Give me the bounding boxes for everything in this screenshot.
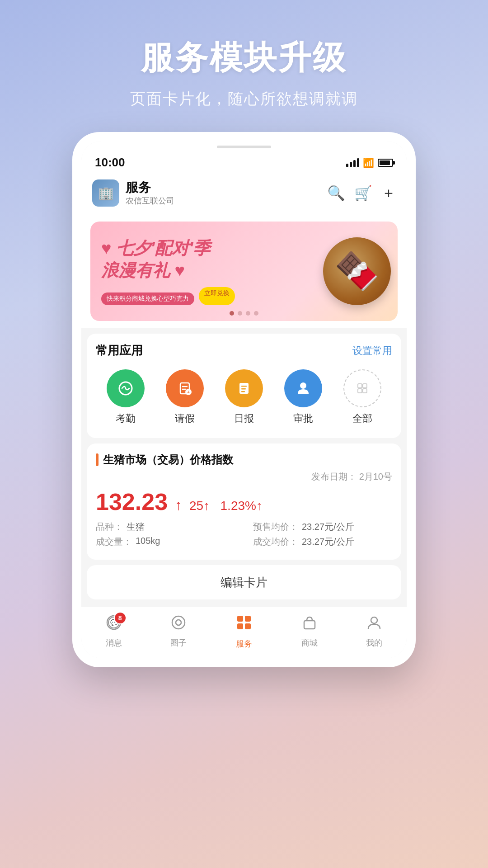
app-item-qingjia[interactable]: + 请假 <box>162 369 207 425</box>
shenpi-label: 审批 <box>293 412 313 425</box>
svg-rect-14 <box>363 389 367 393</box>
market-header: 生猪市场（交易）价格指数 <box>96 453 392 467</box>
shenpi-icon <box>284 369 322 407</box>
banner-text: ♥ 七夕'配对'季 浪漫有礼 ♥ 快来积分商城兑换心型巧克力 立即兑换 <box>90 228 316 315</box>
market-detail-left: 品种： 生猪 成交量： 105kg <box>96 521 235 551</box>
messages-label: 消息 <box>106 637 122 648</box>
shop-icon <box>301 614 318 635</box>
messages-badge: 8 <box>114 612 127 624</box>
banner-section: ♥ 七夕'配对'季 浪漫有礼 ♥ 快来积分商城兑换心型巧克力 立即兑换 🍫 <box>81 214 407 328</box>
svg-rect-9 <box>241 391 245 392</box>
svg-rect-7 <box>241 386 247 387</box>
service-icon <box>235 613 253 636</box>
wifi-icon: 📶 <box>363 157 374 168</box>
price-main: 132.23 <box>96 490 168 514</box>
svg-rect-11 <box>358 384 362 388</box>
market-date: 发布日期： 2月10号 <box>96 471 392 483</box>
market-indicator <box>96 453 99 466</box>
nav-item-service[interactable]: 服务 <box>235 613 253 649</box>
phone-mockup: 10:00 📶 🏢 服务 农信互联公司 🔍 🛒 ＋ <box>72 132 416 667</box>
svg-rect-22 <box>237 623 243 629</box>
banner-image: 🍫 <box>316 222 398 321</box>
circle-label: 圈子 <box>170 637 187 648</box>
market-card: 生猪市场（交易）价格指数 发布日期： 2月10号 132.23 ↑ 25↑ 1.… <box>87 443 401 560</box>
kaoqin-label: 考勤 <box>116 412 136 425</box>
svg-rect-23 <box>245 623 251 629</box>
detail-pre-price: 预售均价： 23.27元/公斤 <box>253 521 392 533</box>
ribao-icon <box>225 369 263 407</box>
page-title: 服务模块升级 <box>18 36 470 80</box>
svg-text:+: + <box>187 390 190 395</box>
signal-icon <box>346 158 359 167</box>
circle-icon <box>170 614 187 635</box>
market-price-row: 132.23 ↑ 25↑ 1.23%↑ <box>96 490 392 514</box>
detail-volume: 成交量： 105kg <box>96 536 235 548</box>
svg-rect-21 <box>245 616 251 622</box>
svg-rect-13 <box>358 389 362 393</box>
cart-icon[interactable]: 🛒 <box>354 184 372 202</box>
svg-rect-12 <box>363 384 367 388</box>
detail-breed: 品种： 生猪 <box>96 521 235 533</box>
detail-trans-price: 成交均价： 23.27元/公斤 <box>253 536 392 548</box>
qingjia-icon: + <box>166 369 204 407</box>
header-actions: 🔍 🛒 ＋ <box>327 183 396 203</box>
bottom-nav: 💬 8 消息 圈子 <box>81 607 407 658</box>
page-header: 服务模块升级 页面卡片化，随心所欲想调就调 <box>0 0 488 127</box>
app-item-all[interactable]: 全部 <box>340 369 385 425</box>
nav-item-circle[interactable]: 圈子 <box>170 614 187 648</box>
nav-item-mine[interactable]: 我的 <box>366 614 382 648</box>
status-icons: 📶 <box>346 157 393 168</box>
svg-rect-8 <box>241 388 246 390</box>
nav-item-shop[interactable]: 商城 <box>301 614 318 648</box>
price-arrow: ↑ <box>175 497 182 514</box>
app-item-shenpi[interactable]: 审批 <box>281 369 326 425</box>
status-time: 10:00 <box>95 156 125 170</box>
app-item-kaoqin[interactable]: 考勤 <box>103 369 148 425</box>
market-details: 品种： 生猪 成交量： 105kg 预售均价： 23.27元/公斤 成交均价： <box>96 521 392 551</box>
status-bar: 10:00 📶 <box>81 148 407 174</box>
svg-rect-20 <box>237 616 243 622</box>
service-label: 服务 <box>236 638 252 649</box>
phone-notch <box>81 141 407 148</box>
shop-label: 商城 <box>301 637 318 648</box>
app-name: 服务 <box>126 180 327 195</box>
battery-icon <box>378 159 393 167</box>
market-title: 生猪市场（交易）价格指数 <box>103 453 233 467</box>
add-icon[interactable]: ＋ <box>381 183 396 203</box>
banner-sub-text: 快来积分商城兑换心型巧克力 <box>101 292 194 305</box>
page-subtitle: 页面卡片化，随心所欲想调就调 <box>18 89 470 109</box>
app-item-ribao[interactable]: 日报 <box>221 369 267 425</box>
kaoqin-icon <box>107 369 145 407</box>
battery-fill <box>380 160 390 165</box>
phone-screen: 10:00 📶 🏢 服务 农信互联公司 🔍 🛒 ＋ <box>81 141 407 658</box>
section-header: 常用应用 设置常用 <box>96 343 392 359</box>
all-icon <box>343 369 381 407</box>
price-change: 25↑ 1.23%↑ <box>189 499 263 513</box>
svg-point-25 <box>371 617 377 623</box>
set-common-button[interactable]: 设置常用 <box>352 344 392 358</box>
search-icon[interactable]: 🔍 <box>327 184 345 202</box>
banner-title: ♥ 七夕'配对'季 浪漫有礼 ♥ <box>101 237 305 282</box>
app-company: 农信互联公司 <box>126 195 327 206</box>
svg-rect-24 <box>304 621 315 629</box>
app-logo: 🏢 <box>92 179 119 207</box>
common-apps-title: 常用应用 <box>96 343 143 359</box>
market-detail-right: 预售均价： 23.27元/公斤 成交均价： 23.27元/公斤 <box>253 521 392 551</box>
app-grid: 考勤 + 请假 <box>96 366 392 429</box>
mine-icon <box>366 614 382 635</box>
app-header: 🏢 服务 农信互联公司 🔍 🛒 ＋ <box>81 174 407 214</box>
ribao-label: 日报 <box>234 412 254 425</box>
banner-action[interactable]: 立即兑换 <box>199 287 235 305</box>
banner[interactable]: ♥ 七夕'配对'季 浪漫有礼 ♥ 快来积分商城兑换心型巧克力 立即兑换 🍫 <box>90 222 398 321</box>
common-apps-section: 常用应用 设置常用 考勤 <box>87 334 401 438</box>
svg-point-19 <box>176 620 181 625</box>
svg-point-10 <box>300 382 306 389</box>
chocolate-image: 🍫 <box>323 237 391 305</box>
mine-label: 我的 <box>366 637 382 648</box>
svg-point-18 <box>172 616 185 629</box>
notch-bar <box>217 146 271 148</box>
all-label: 全部 <box>352 412 372 425</box>
edit-card-button[interactable]: 编辑卡片 <box>87 565 401 599</box>
nav-item-messages[interactable]: 💬 8 消息 <box>106 614 122 648</box>
app-name-block: 服务 农信互联公司 <box>126 180 327 206</box>
